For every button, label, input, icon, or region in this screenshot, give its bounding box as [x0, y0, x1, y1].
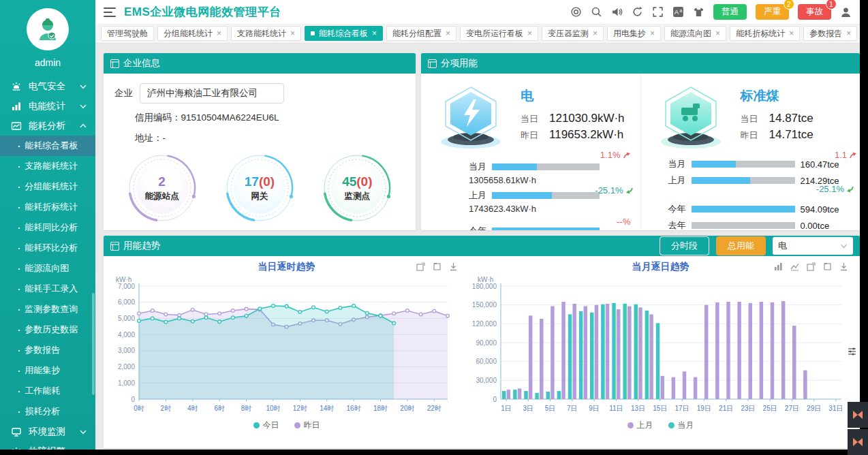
line-chart-icon[interactable] [790, 262, 800, 272]
bar-chart-icon[interactable] [773, 262, 784, 272]
zoom-box-icon[interactable] [416, 262, 426, 272]
edge-collapse-button[interactable] [848, 402, 868, 428]
svg-text:22时: 22时 [427, 405, 441, 412]
legend-label: 今日 [263, 420, 279, 431]
tab-能耗分组配置[interactable]: 能耗分组配置× [386, 26, 456, 41]
tab-close-icon[interactable]: × [446, 29, 450, 38]
tab-label: 能耗综合看板 [319, 28, 368, 40]
company-select[interactable]: 泸州中海粮油工业有限公司 [140, 83, 284, 104]
sound-icon[interactable] [611, 6, 623, 18]
theme-icon[interactable] [693, 6, 704, 18]
tab-能耗综合看板[interactable]: 能耗综合看板× [305, 26, 383, 41]
legend-item-今日[interactable]: 今日 [253, 420, 279, 431]
coal-month-delta: -25.1% [816, 184, 854, 194]
tab-close-icon[interactable]: × [715, 29, 720, 38]
sidebar-subitem-支路能耗统计[interactable]: ·支路能耗统计 [0, 156, 95, 176]
download-icon[interactable] [448, 262, 459, 272]
restore-icon[interactable] [822, 262, 833, 272]
menu-toggle-icon[interactable] [104, 7, 116, 17]
tab-能源流向图[interactable]: 能源流向图× [664, 26, 726, 41]
tab-支路能耗统计[interactable]: 支路能耗统计× [231, 26, 301, 41]
tab-close-icon[interactable]: × [217, 29, 221, 38]
tab-close-icon[interactable]: × [290, 29, 295, 38]
tab-close-icon[interactable]: × [527, 29, 532, 38]
search-icon[interactable] [591, 6, 602, 18]
daily-chart-toolbar [773, 262, 849, 272]
chevron-down-icon [840, 242, 848, 250]
sidebar-subitem-能耗手工录入[interactable]: ·能耗手工录入 [0, 279, 95, 299]
svg-text:19日: 19日 [697, 405, 711, 412]
bullet: · [18, 386, 20, 396]
sidebar-subitem-参数历史数据[interactable]: ·参数历史数据 [0, 319, 95, 340]
zoom-box-icon[interactable] [806, 262, 816, 272]
sidebar-subitem-能耗折标统计[interactable]: ·能耗折标统计 [0, 197, 95, 217]
svg-text:a: a [679, 8, 682, 13]
sidebar-subitem-能耗综合看板[interactable]: ·能耗综合看板 [0, 136, 95, 156]
legend-item-当月[interactable]: 当月 [668, 420, 694, 431]
sidebar-subitem-label: 损耗分析 [25, 405, 60, 418]
energy-type-select[interactable]: 电 [773, 237, 853, 255]
sidebar-item-电能统计[interactable]: 电能统计 [0, 96, 95, 116]
tab-变压器监测[interactable]: 变压器监测× [542, 26, 604, 41]
sidebar-subitem-监测参数查询[interactable]: ·监测参数查询 [0, 299, 95, 319]
status-badge-severe[interactable]: 严重2 [756, 4, 789, 20]
font-size-icon[interactable]: Aa [672, 6, 684, 18]
sidebar-item-故障报警[interactable]: 故障报警 [0, 441, 95, 450]
sidebar-subitem-label: 参数历史数据 [25, 324, 78, 336]
sidebar: admin 电气安全电能统计能耗分析·能耗综合看板·支路能耗统计·分组能耗统计·… [0, 0, 95, 450]
tab-close-icon[interactable]: × [372, 29, 377, 38]
status-badge-accident[interactable]: 事故1 [798, 4, 831, 20]
energy-panel-header: 分项用能 [421, 53, 860, 74]
credit-code-row: 信用编码：91510504MA6224EU6L [135, 112, 405, 124]
coal-section: 标准煤 当日14.87tce 昨日14.71tce 1.1 当月160.47 [640, 74, 861, 230]
tab-close-icon[interactable]: × [789, 29, 794, 38]
tab-用电集抄[interactable]: 用电集抄× [607, 26, 661, 41]
svg-text:7日: 7日 [567, 405, 578, 412]
datazoom-settings-icon[interactable] [847, 346, 857, 356]
sidebar-subitem-label: 能耗综合看板 [25, 140, 78, 152]
restore-icon[interactable] [432, 262, 442, 272]
download-icon[interactable] [839, 262, 849, 272]
environment-icon [11, 426, 22, 437]
svg-text:kW·h: kW·h [116, 276, 131, 283]
stat-value: 17(0) [245, 174, 275, 189]
tab-close-icon[interactable]: × [650, 29, 655, 38]
tab-能耗折标统计[interactable]: 能耗折标统计× [730, 26, 800, 41]
legend-item-上月[interactable]: 上月 [627, 420, 653, 431]
edge-collapse-button-2[interactable] [848, 429, 868, 455]
sidebar-item-电气安全[interactable]: 电气安全 [0, 76, 95, 96]
sidebar-item-环境监测[interactable]: 环境监测 [0, 422, 95, 441]
tab-变电所运行看板[interactable]: 变电所运行看板× [460, 26, 538, 41]
sidebar-subitem-能耗环比分析[interactable]: ·能耗环比分析 [0, 238, 95, 258]
refresh-icon[interactable] [632, 6, 643, 18]
sidebar-scrollbar[interactable] [92, 293, 95, 395]
company-label: 企业 [114, 87, 133, 99]
tab-close-icon[interactable]: × [846, 29, 851, 38]
sidebar-subitem-label: 能耗环比分析 [25, 242, 78, 254]
tab-参数报告[interactable]: 参数报告× [803, 26, 857, 41]
legend-item-昨日[interactable]: 昨日 [294, 420, 320, 431]
avatar[interactable] [27, 8, 69, 50]
sidebar-subitem-参数报告[interactable]: ·参数报告 [0, 340, 95, 360]
sidebar-subitem-损耗分析[interactable]: ·损耗分析 [0, 401, 95, 422]
tab-close-icon[interactable]: × [593, 29, 598, 38]
sidebar-subitem-能源流向图[interactable]: ·能源流向图 [0, 258, 95, 279]
total-energy-button[interactable]: 总用能 [716, 236, 766, 255]
sidebar-item-能耗分析[interactable]: 能耗分析 [0, 116, 95, 136]
tab-分组能耗统计[interactable]: 分组能耗统计× [157, 26, 228, 41]
coal-hex-icon [651, 83, 731, 151]
sidebar-subitem-用能集抄[interactable]: ·用能集抄 [0, 360, 95, 381]
badge-count: 2 [784, 0, 794, 10]
user-icon[interactable] [840, 6, 852, 18]
content: 企业信息 企业 泸州中海粮油工业有限公司 信用编码：91510504MA6224… [95, 44, 860, 450]
svg-text:13日: 13日 [631, 405, 645, 412]
tab-管理驾驶舱[interactable]: 管理驾驶舱 [101, 26, 154, 41]
sidebar-subitem-工作能耗[interactable]: ·工作能耗 [0, 381, 95, 401]
sidebar-subitem-能耗同比分析[interactable]: ·能耗同比分析 [0, 217, 95, 238]
target-icon[interactable] [570, 6, 582, 18]
status-badge-normal[interactable]: 普通 [713, 4, 747, 20]
svg-text:11日: 11日 [609, 405, 623, 412]
fullscreen-icon[interactable] [652, 6, 664, 18]
sidebar-subitem-分组能耗统计[interactable]: ·分组能耗统计 [0, 176, 95, 197]
period-button[interactable]: 分时段 [660, 236, 709, 255]
